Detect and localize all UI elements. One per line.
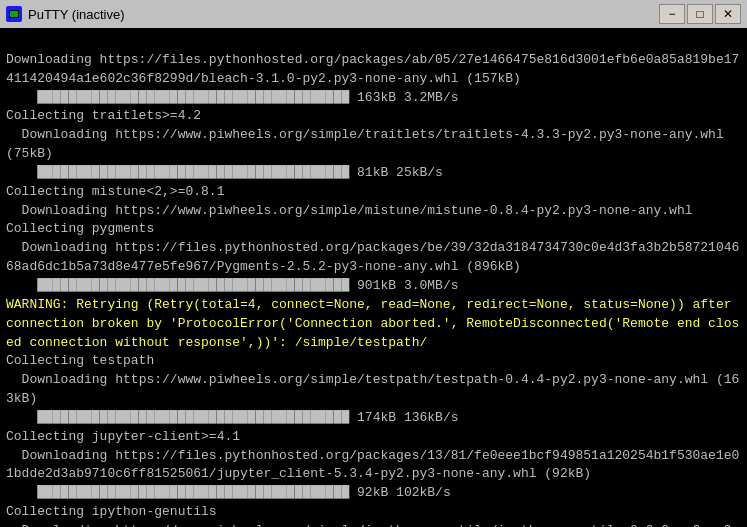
terminal-line: Collecting jupyter-client>=4.1 [6,428,741,447]
terminal-line: Downloading https://www.piwheels.org/sim… [6,126,741,164]
terminal-line: Collecting ipython-genutils [6,503,741,522]
terminal-line: ████████████████████████████████████████… [6,89,741,108]
terminal-line: Downloading https://files.pythonhosted.o… [6,447,741,485]
terminal-line: Collecting testpath [6,352,741,371]
terminal-line: ████████████████████████████████████████… [6,409,741,428]
terminal[interactable]: Downloading https://files.pythonhosted.o… [0,28,747,527]
terminal-line: Downloading https://www.piwheels.org/sim… [6,202,741,221]
titlebar: PuTTY (inactive) − □ ✕ [0,0,747,28]
terminal-line: Collecting pygments [6,220,741,239]
minimize-button[interactable]: − [659,4,685,24]
terminal-line: Collecting mistune<2,>=0.8.1 [6,183,741,202]
putty-icon [6,6,22,22]
svg-rect-2 [10,11,18,17]
terminal-line: Downloading https://files.pythonhosted.o… [6,51,741,89]
terminal-line: ████████████████████████████████████████… [6,484,741,503]
maximize-button[interactable]: □ [687,4,713,24]
window-controls: − □ ✕ [659,4,741,24]
window-title: PuTTY (inactive) [28,7,659,22]
terminal-line: Downloading https://www.piwheels.org/sim… [6,522,741,527]
close-button[interactable]: ✕ [715,4,741,24]
terminal-line: Downloading https://www.piwheels.org/sim… [6,371,741,409]
terminal-line: Collecting traitlets>=4.2 [6,107,741,126]
terminal-line: ████████████████████████████████████████… [6,277,741,296]
terminal-line: Downloading https://files.pythonhosted.o… [6,239,741,277]
terminal-line: ████████████████████████████████████████… [6,164,741,183]
terminal-line: WARNING: Retrying (Retry(total=4, connec… [6,296,741,353]
